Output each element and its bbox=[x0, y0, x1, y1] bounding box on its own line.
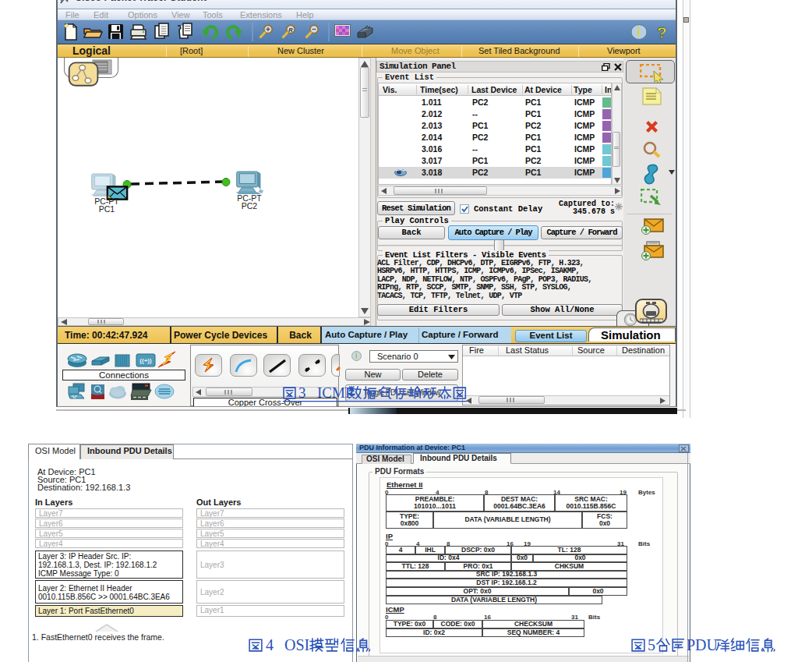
svg-text:((+)): ((+)) bbox=[139, 357, 152, 364]
svg-text:?: ? bbox=[657, 23, 667, 41]
svg-text:ICMP: ICMP bbox=[317, 385, 353, 401]
svg-text:i: i bbox=[355, 352, 358, 360]
svg-text:4: 4 bbox=[266, 636, 274, 653]
svg-text:OSI: OSI bbox=[284, 636, 309, 653]
svg-text:5: 5 bbox=[648, 636, 655, 653]
svg-text:i: i bbox=[637, 26, 641, 38]
svg-text:3: 3 bbox=[298, 385, 306, 401]
svg-text:PDU: PDU bbox=[687, 636, 718, 653]
svg-text:R: R bbox=[288, 27, 293, 34]
